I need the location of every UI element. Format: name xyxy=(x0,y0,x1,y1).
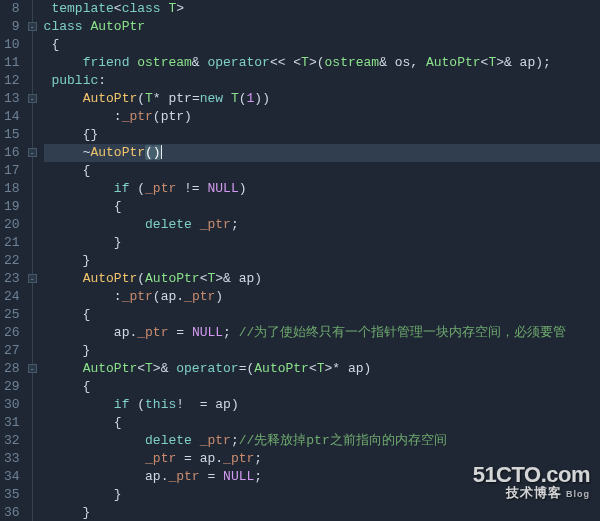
line-number: 19 xyxy=(4,198,20,216)
code-line[interactable]: AutoPtr<T>& operator=(AutoPtr<T>* ap) xyxy=(44,360,600,378)
code-line[interactable]: } xyxy=(44,504,600,521)
line-number: 24 xyxy=(4,288,20,306)
token: } xyxy=(44,235,122,250)
code-line[interactable]: ~AutoPtr() xyxy=(44,144,600,162)
token: //为了使始终只有一个指针管理一块内存空间，必须要管 xyxy=(239,325,567,340)
token: ostream xyxy=(325,55,380,70)
token: != xyxy=(176,181,207,196)
token: } xyxy=(44,253,91,268)
fold-toggle-icon[interactable]: - xyxy=(28,94,37,103)
token xyxy=(44,181,114,196)
token: >& xyxy=(496,55,519,70)
line-number: 31 xyxy=(4,414,20,432)
token: _ptr xyxy=(223,451,254,466)
code-line[interactable]: AutoPtr(AutoPtr<T>& ap) xyxy=(44,270,600,288)
code-line[interactable]: AutoPtr(T* ptr=new T(1)) xyxy=(44,90,600,108)
code-line[interactable]: } xyxy=(44,252,600,270)
line-number: 32 xyxy=(4,432,20,450)
code-line[interactable]: if (_ptr != NULL) xyxy=(44,180,600,198)
token: * xyxy=(153,91,169,106)
token: } xyxy=(44,343,91,358)
line-number: 34 xyxy=(4,468,20,486)
token: >( xyxy=(309,55,325,70)
token: { xyxy=(44,415,122,430)
fold-toggle-icon[interactable]: - xyxy=(28,274,37,283)
token: )) xyxy=(254,91,270,106)
token: _ptr xyxy=(122,109,153,124)
token: } xyxy=(44,505,91,520)
code-line[interactable]: { xyxy=(44,414,600,432)
token: AutoPtr xyxy=(426,55,481,70)
code-line[interactable]: {} xyxy=(44,126,600,144)
token: = xyxy=(200,469,223,484)
line-number: 16 xyxy=(4,144,20,162)
line-number: 21 xyxy=(4,234,20,252)
token: NULL xyxy=(192,325,223,340)
fold-guide-line xyxy=(32,0,33,521)
token: ! xyxy=(176,397,184,412)
code-line[interactable]: } xyxy=(44,486,600,504)
token: > xyxy=(176,1,184,16)
token: ( xyxy=(239,91,247,106)
code-line[interactable]: :_ptr(ptr) xyxy=(44,108,600,126)
token xyxy=(44,433,145,448)
code-line[interactable]: { xyxy=(44,378,600,396)
line-number: 27 xyxy=(4,342,20,360)
line-number: 36 xyxy=(4,504,20,521)
token: >* xyxy=(325,361,348,376)
code-line[interactable]: ap._ptr = NULL; //为了使始终只有一个指针管理一块内存空间，必须… xyxy=(44,324,600,342)
token: = xyxy=(176,451,199,466)
token: operator xyxy=(176,361,238,376)
code-line[interactable]: friend ostream& operator<< <T>(ostream& … xyxy=(44,54,600,72)
line-number: 30 xyxy=(4,396,20,414)
code-line[interactable]: { xyxy=(44,306,600,324)
token: ap xyxy=(239,271,255,286)
token: & xyxy=(192,55,208,70)
token: : xyxy=(98,73,106,88)
code-line[interactable]: { xyxy=(44,162,600,180)
token: AutoPtr xyxy=(145,271,200,286)
token: . xyxy=(215,451,223,466)
fold-column[interactable]: ----- xyxy=(28,0,38,521)
code-line[interactable]: if (this! = ap) xyxy=(44,396,600,414)
token xyxy=(44,145,83,160)
token: class xyxy=(122,1,161,16)
token: this xyxy=(145,397,176,412)
fold-toggle-icon[interactable]: - xyxy=(28,148,37,157)
code-line[interactable]: delete _ptr;//先释放掉ptr之前指向的内存空间 xyxy=(44,432,600,450)
line-number: 11 xyxy=(4,54,20,72)
fold-toggle-icon[interactable]: - xyxy=(28,364,37,373)
code-area[interactable]: template<class T>class AutoPtr { friend … xyxy=(38,0,600,521)
fold-toggle-icon[interactable]: - xyxy=(28,22,37,31)
code-line[interactable]: public: xyxy=(44,72,600,90)
token: ( xyxy=(153,289,161,304)
code-line[interactable]: } xyxy=(44,234,600,252)
token: ) xyxy=(153,145,161,160)
line-number: 20 xyxy=(4,216,20,234)
line-number: 9 xyxy=(4,18,20,36)
code-line[interactable]: :_ptr(ap._ptr) xyxy=(44,288,600,306)
token: . xyxy=(176,289,184,304)
code-line[interactable]: class AutoPtr xyxy=(44,18,600,36)
token: ( xyxy=(137,91,145,106)
token xyxy=(44,397,114,412)
token: ap xyxy=(145,469,161,484)
code-line[interactable]: { xyxy=(44,198,600,216)
token: operator xyxy=(207,55,269,70)
token: T xyxy=(317,361,325,376)
code-line[interactable]: } xyxy=(44,342,600,360)
line-number: 15 xyxy=(4,126,20,144)
code-line[interactable]: template<class T> xyxy=(44,0,600,18)
token: {} xyxy=(44,127,99,142)
code-line[interactable]: { xyxy=(44,36,600,54)
code-line[interactable]: _ptr = ap._ptr; xyxy=(44,450,600,468)
token: ) xyxy=(184,109,192,124)
code-line[interactable]: ap._ptr = NULL; xyxy=(44,468,600,486)
token: ( xyxy=(153,109,161,124)
code-editor[interactable]: 8910111213141516171819202122232425262728… xyxy=(0,0,600,521)
code-line[interactable]: delete _ptr; xyxy=(44,216,600,234)
token xyxy=(192,217,200,232)
token: } xyxy=(44,487,122,502)
token xyxy=(192,433,200,448)
token: = xyxy=(192,91,200,106)
